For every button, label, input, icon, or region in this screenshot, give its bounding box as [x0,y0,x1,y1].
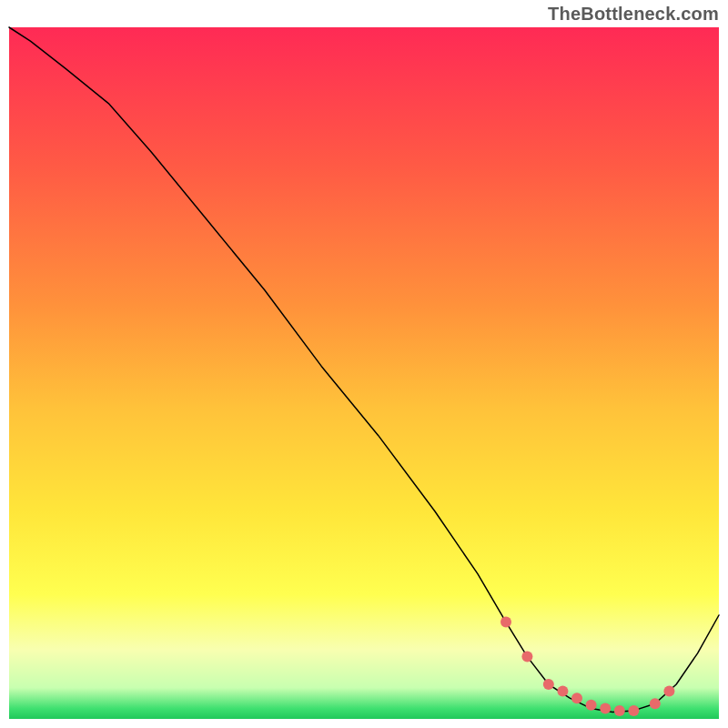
bottleneck-chart [0,0,728,728]
highlight-point [614,705,625,716]
highlight-point [663,686,674,697]
highlight-point [600,703,611,714]
highlight-point [557,686,568,697]
chart-stage: TheBottleneck.com [0,0,728,728]
highlight-point [521,652,532,662]
highlight-point [543,679,554,690]
highlight-point [571,693,582,703]
watermark-text: TheBottleneck.com [548,4,719,25]
plot-background [9,27,719,719]
highlight-point [628,705,639,716]
highlight-point [650,698,661,709]
highlight-point [586,700,597,711]
highlight-point [500,617,511,628]
